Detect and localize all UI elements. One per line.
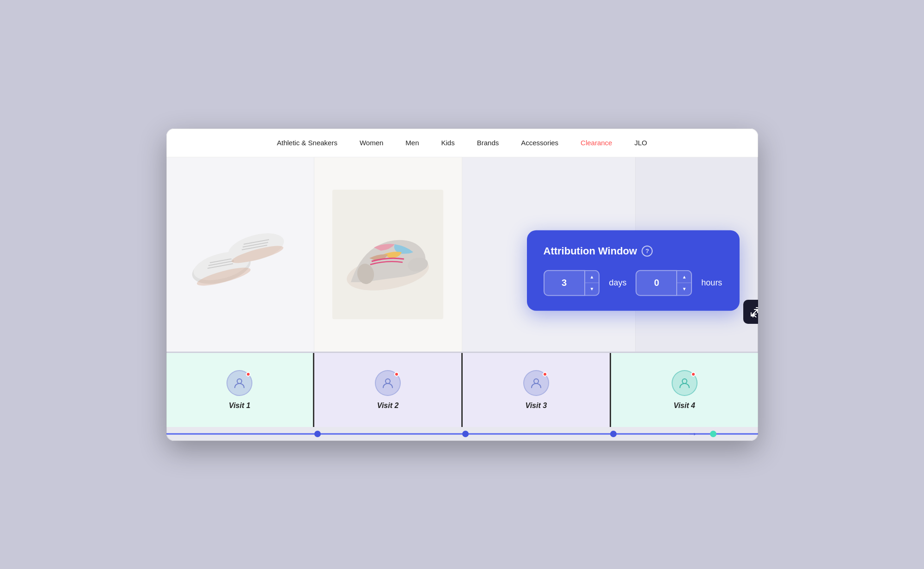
user-icon-4 xyxy=(678,377,691,390)
visit-panel-1: Visit 1 xyxy=(166,353,315,427)
attribution-title-text: Attribution Window xyxy=(544,245,637,257)
days-increment-button[interactable]: ▲ xyxy=(585,271,599,283)
days-decrement-button[interactable]: ▼ xyxy=(585,283,599,295)
visit-2-label: Visit 2 xyxy=(377,402,399,410)
days-input[interactable] xyxy=(544,270,585,296)
hours-spinner-buttons: ▲ ▼ xyxy=(677,270,692,296)
visit-4-avatar xyxy=(672,370,698,396)
nav-brands[interactable]: Brands xyxy=(477,139,499,147)
shoe-image-2 xyxy=(332,190,443,319)
days-spinner-group: ▲ ▼ xyxy=(544,270,600,296)
user-icon-2 xyxy=(381,377,394,390)
nav-men[interactable]: Men xyxy=(405,139,419,147)
visit-1-avatar xyxy=(226,370,252,396)
visits-section: Visit 1 Visit 2 Visit 3 xyxy=(166,353,758,427)
days-spinner-buttons: ▲ ▼ xyxy=(585,270,600,296)
visit-3-avatar xyxy=(523,370,549,396)
svg-point-19 xyxy=(534,379,538,383)
timeline-dot-2 xyxy=(462,431,469,437)
user-icon-3 xyxy=(530,377,543,390)
svg-point-18 xyxy=(386,379,390,383)
visit-4-label: Visit 4 xyxy=(673,402,695,410)
days-label: days xyxy=(609,278,626,288)
expand-icon xyxy=(750,306,758,317)
nav-athletic-sneakers[interactable]: Athletic & Sneakers xyxy=(277,139,337,147)
nav-bar: Athletic & Sneakers Women Men Kids Brand… xyxy=(166,129,758,157)
hours-increment-button[interactable]: ▲ xyxy=(677,271,691,283)
attribution-window-popup: Attribution Window ? ▲ ▼ days xyxy=(527,230,740,310)
hero-section: Attribution Window ? ▲ ▼ days xyxy=(166,157,758,352)
shoe-panel-2 xyxy=(314,157,462,352)
svg-point-17 xyxy=(237,379,242,383)
visit-1-notification xyxy=(246,372,251,377)
visit-3-notification xyxy=(543,372,547,377)
visit-1-label: Visit 1 xyxy=(229,402,251,410)
visit-3-label: Visit 3 xyxy=(526,402,547,410)
nav-jlo[interactable]: JLO xyxy=(634,139,647,147)
visit-2-notification xyxy=(394,372,399,377)
shoe-image-1 xyxy=(184,208,295,301)
browser-window: Athletic & Sneakers Women Men Kids Brand… xyxy=(166,129,758,441)
nav-women[interactable]: Women xyxy=(360,139,383,147)
visit-panel-2: Visit 2 xyxy=(314,353,463,427)
hours-decrement-button[interactable]: ▼ xyxy=(677,283,691,295)
nav-clearance[interactable]: Clearance xyxy=(581,139,612,147)
expand-button[interactable] xyxy=(743,300,758,324)
attribution-title: Attribution Window ? xyxy=(544,245,723,257)
svg-point-20 xyxy=(682,379,687,383)
timeline-arrow-icon: → xyxy=(688,428,698,440)
hours-spinner-group: ▲ ▼ xyxy=(636,270,692,296)
visit-2-avatar xyxy=(375,370,401,396)
nav-accessories[interactable]: Accessories xyxy=(521,139,558,147)
help-icon[interactable]: ? xyxy=(642,245,653,256)
user-icon-1 xyxy=(233,377,246,390)
timeline-dot-green xyxy=(710,431,716,437)
hours-input[interactable] xyxy=(636,270,677,296)
attribution-controls: ▲ ▼ days ▲ ▼ hours xyxy=(544,270,723,296)
shoe-panel-1 xyxy=(166,157,314,352)
timeline-dot-3 xyxy=(610,431,617,437)
visit-panel-4: Visit 4 xyxy=(611,353,758,427)
nav-kids[interactable]: Kids xyxy=(441,139,455,147)
timeline-dot-1 xyxy=(314,431,321,437)
timeline-bar: → xyxy=(166,427,758,441)
hours-label: hours xyxy=(701,278,722,288)
visit-4-notification xyxy=(691,372,696,377)
visit-panel-3: Visit 3 xyxy=(463,353,611,427)
